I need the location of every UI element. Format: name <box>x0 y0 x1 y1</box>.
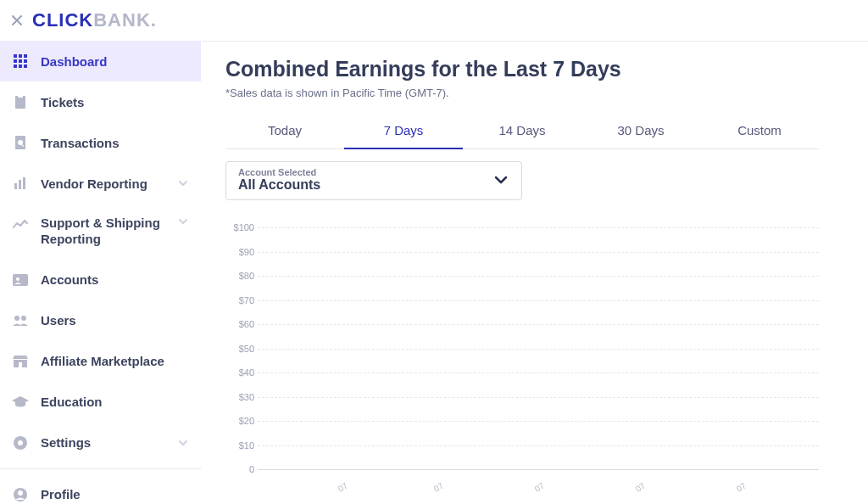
nav-divider <box>0 468 201 469</box>
chart-y-tick: $80 <box>225 271 254 281</box>
tab-30-days[interactable]: 30 Days <box>581 115 700 148</box>
brand-part2: BANK <box>93 9 151 31</box>
line-chart-icon <box>12 216 29 232</box>
chart-y-tick: $70 <box>225 295 254 305</box>
page-title: Combined Earnings for the Last 7 Days <box>225 57 819 81</box>
sidebar-item-label: Education <box>41 395 103 409</box>
bar-chart-icon <box>12 175 29 192</box>
id-card-icon <box>12 272 29 288</box>
date-range-tabs: Today 7 Days 14 Days 30 Days Custom <box>225 115 819 149</box>
tab-7-days[interactable]: 7 Days <box>344 115 463 149</box>
clipboard-icon <box>12 93 29 110</box>
sidebar-item-label: Affiliate Marketplace <box>41 354 164 368</box>
svg-rect-16 <box>23 177 25 189</box>
chart-gridline: $60 <box>258 324 819 349</box>
svg-rect-6 <box>14 64 17 68</box>
account-select-label: Account Selected <box>238 167 320 177</box>
chart-gridline: $10 <box>258 445 819 470</box>
sidebar-item-label: Tickets <box>41 95 84 109</box>
earnings-chart: $100$90$80$70$60$50$40$30$20$10007070707… <box>225 227 819 489</box>
chart-y-tick: $90 <box>225 247 254 257</box>
grid-icon <box>12 53 29 70</box>
sidebar-item-affiliate-marketplace[interactable]: Affiliate Marketplace <box>0 341 201 382</box>
tab-today[interactable]: Today <box>225 115 344 148</box>
tab-14-days[interactable]: 14 Days <box>463 115 581 148</box>
sidebar: Dashboard Tickets Transactions Vendor Re… <box>0 41 202 504</box>
chevron-down-icon <box>177 437 189 449</box>
svg-rect-0 <box>14 54 17 58</box>
graduation-cap-icon <box>12 394 29 411</box>
sidebar-item-label: Transactions <box>41 136 120 150</box>
svg-rect-15 <box>19 180 21 189</box>
chart-y-tick: $30 <box>225 392 254 402</box>
main-content: Combined Earnings for the Last 7 Days *S… <box>202 41 868 504</box>
gear-icon <box>12 434 29 451</box>
chevron-down-icon <box>177 177 189 189</box>
sidebar-item-tickets[interactable]: Tickets <box>0 81 201 122</box>
sidebar-item-dashboard[interactable]: Dashboard <box>0 41 201 81</box>
chart-gridline: $80 <box>258 276 819 300</box>
svg-point-19 <box>14 316 19 321</box>
chart-y-tick: 0 <box>225 464 254 474</box>
chevron-down-icon <box>177 216 189 227</box>
svg-rect-3 <box>14 59 17 63</box>
svg-rect-9 <box>15 96 25 109</box>
chart-gridline: $90 <box>258 252 819 277</box>
chart-y-tick: $50 <box>225 344 254 354</box>
users-icon <box>12 312 29 329</box>
svg-rect-2 <box>24 54 27 58</box>
chart-y-tick: $10 <box>225 440 254 451</box>
brand-part1: CLICK <box>32 9 93 31</box>
account-select-value: All Accounts <box>238 177 320 193</box>
user-circle-icon <box>12 486 29 503</box>
sidebar-item-label: Settings <box>41 435 91 450</box>
sidebar-item-settings[interactable]: Settings <box>0 423 201 463</box>
chart-gridline: $70 <box>258 300 819 325</box>
sidebar-item-users[interactable]: Users <box>0 300 201 341</box>
chevron-down-icon <box>492 171 509 188</box>
svg-point-26 <box>18 490 23 496</box>
svg-rect-1 <box>19 54 22 58</box>
chart-gridline: $100 <box>258 227 819 252</box>
sidebar-item-label: Support & Shipping Reporting <box>41 216 160 248</box>
sidebar-item-label: Profile <box>41 487 81 501</box>
svg-rect-4 <box>19 59 22 63</box>
svg-rect-22 <box>19 362 22 367</box>
sidebar-item-vendor-reporting[interactable]: Vendor Reporting <box>0 163 201 204</box>
sidebar-item-label: Dashboard <box>41 54 107 69</box>
svg-rect-7 <box>19 64 22 68</box>
close-icon[interactable] <box>7 10 27 31</box>
svg-point-24 <box>18 440 23 445</box>
svg-rect-14 <box>14 183 17 189</box>
brand-dot: . <box>151 9 157 31</box>
svg-rect-10 <box>18 94 23 98</box>
store-icon <box>12 353 29 370</box>
svg-point-20 <box>21 316 26 321</box>
svg-point-18 <box>16 277 19 281</box>
sidebar-item-label: Users <box>41 313 76 328</box>
chart-y-tick: $60 <box>225 319 254 329</box>
page-subtitle: *Sales data is shown in Pacific Time (GM… <box>225 87 819 99</box>
sidebar-item-education[interactable]: Education <box>0 382 201 423</box>
chart-x-axis: 0707070707 <box>258 484 819 496</box>
svg-rect-5 <box>24 59 27 63</box>
chart-y-tick: $100 <box>225 222 254 232</box>
chart-gridline: $30 <box>258 397 819 422</box>
svg-rect-8 <box>24 64 27 68</box>
chart-gridline: $20 <box>258 421 819 445</box>
chart-gridline: $50 <box>258 349 819 373</box>
chart-gridline: $40 <box>258 372 819 397</box>
tab-custom[interactable]: Custom <box>700 115 819 148</box>
brand-logo: CLICKBANK. <box>32 9 157 31</box>
chart-y-tick: $40 <box>225 367 254 378</box>
search-file-icon <box>12 134 29 151</box>
sidebar-item-support-shipping-reporting[interactable]: Support & Shipping Reporting <box>0 204 201 260</box>
sidebar-item-profile[interactable]: Profile <box>0 474 201 505</box>
account-select[interactable]: Account Selected All Accounts <box>225 161 522 200</box>
sidebar-item-accounts[interactable]: Accounts <box>0 260 201 300</box>
sidebar-item-transactions[interactable]: Transactions <box>0 122 201 163</box>
sidebar-item-label: Accounts <box>41 272 98 287</box>
sidebar-item-label: Vendor Reporting <box>41 176 147 191</box>
chart-y-tick: $20 <box>225 416 254 426</box>
